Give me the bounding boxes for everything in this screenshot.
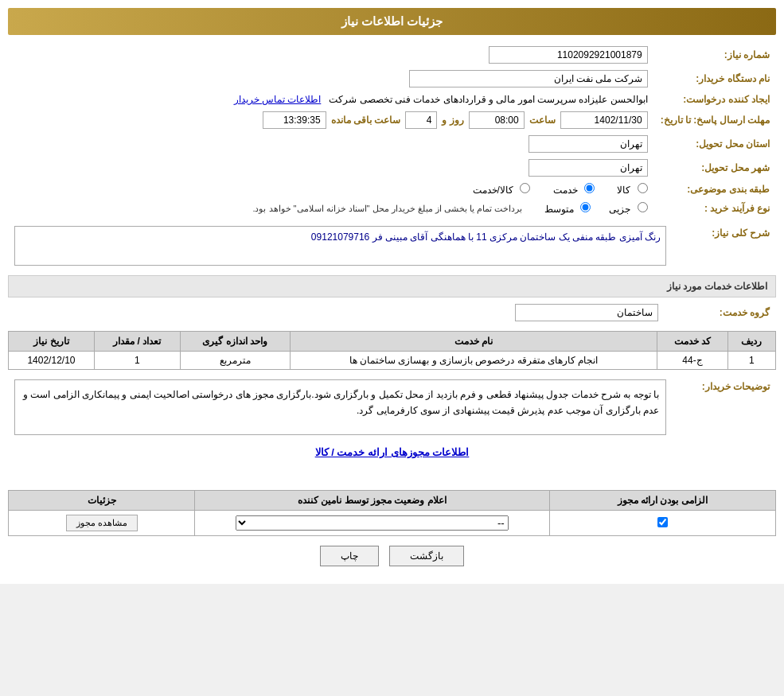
cell-vahed: مترمربع	[180, 352, 290, 370]
mojoz-joziyat-cell: مشاهده مجوز	[9, 511, 195, 536]
dastgah-value: شرکت ملی نفت ایران	[409, 70, 648, 87]
row-ijad: ایجاد کننده درخواست: ابوالحسن علیزاده سر…	[8, 91, 776, 108]
tabaqe-option-kala[interactable]: کالا	[603, 185, 648, 196]
saat-label: ساعت	[529, 115, 556, 126]
ealam-select[interactable]: --	[236, 515, 509, 531]
radio-kala-khedmat[interactable]	[520, 183, 530, 193]
cell-tarikh: 1402/12/10	[9, 352, 95, 370]
noe-label: نوع فرآیند خرید :	[654, 199, 776, 218]
noe-option-jozi[interactable]: جزیی	[597, 202, 647, 215]
radio-motevaset[interactable]	[580, 202, 591, 212]
col-radif: ردیف	[727, 332, 775, 352]
tabaqe-option-kala-khedmat[interactable]: کالا/خدمت	[461, 185, 531, 196]
sharh-label: شرح کلی نیاز:	[673, 223, 776, 269]
group-value: ساختمان	[515, 304, 658, 321]
sharh-row: شرح کلی نیاز: رنگ آمیزی طبقه منفی یک ساخ…	[8, 223, 776, 269]
row-noe-farayand: نوع فرآیند خرید : جزیی متوسط برداخت تمام…	[8, 199, 776, 218]
mojoz-table: الزامی بودن ارائه مجوز اعلام وضعیت مجوز …	[8, 490, 776, 536]
roz-label: روز و	[442, 115, 463, 126]
cell-tedad: 1	[94, 352, 180, 370]
page-title: جزئیات اطلاعات نیاز	[341, 14, 443, 28]
remaining-label: ساعت باقی مانده	[331, 115, 401, 126]
roz-value: 4	[405, 111, 437, 129]
ijad-label: ایجاد کننده درخواست:	[654, 91, 776, 108]
shahr-value: تهران	[529, 159, 648, 177]
info-table: شماره نیاز: 1102092921001879 نام دستگاه …	[8, 43, 776, 218]
col-nam: نام خدمت	[290, 332, 657, 352]
cell-kod: ج-44	[657, 352, 728, 370]
view-mojoz-button[interactable]: مشاهده مجوز	[66, 515, 138, 531]
mojoz-table-body: -- مشاهده مجوز	[9, 511, 776, 536]
col-tarikh: تاریخ نیاز	[9, 332, 95, 352]
row-dastgah: نام دستگاه خریدار: شرکت ملی نفت ایران	[8, 67, 776, 91]
tozihat-label: توضیحات خریدار:	[673, 376, 776, 438]
noe-radio-group: جزیی متوسط برداخت تمام یا بخشی از مبلغ خ…	[14, 202, 648, 215]
radio-kala[interactable]	[638, 183, 648, 193]
ettelaat-link[interactable]: اطلاعات تماس خریدار	[234, 94, 322, 105]
buttons-row: بازگشت چاپ	[8, 546, 776, 566]
services-table-body: 1 ج-44 انجام کارهای متفرقه درخصوص بازساز…	[9, 352, 776, 370]
mojoz-elzami-cell	[549, 511, 775, 536]
mohlet-label: مهلت ارسال پاسخ: تا تاریخ:	[654, 108, 776, 132]
row-ostan: استان محل تحویل: تهران	[8, 132, 776, 156]
col-kod: کد خدمت	[657, 332, 728, 352]
services-section-header: اطلاعات خدمات مورد نیاز	[8, 275, 776, 297]
services-table-header-row: ردیف کد خدمت نام خدمت واحد اندازه گیری ت…	[9, 332, 776, 352]
mojoz-table-head: الزامی بودن ارائه مجوز اعلام وضعیت مجوز …	[9, 491, 776, 511]
saat-value: 08:00	[469, 111, 525, 129]
tabaqe-radio-group: کالا خدمت کالا/خدمت	[14, 183, 648, 196]
mojoz-header-row: الزامی بودن ارائه مجوز اعلام وضعیت مجوز …	[9, 491, 776, 511]
remaining-value: 13:39:35	[263, 111, 326, 129]
print-button[interactable]: چاپ	[320, 546, 379, 566]
spacer	[8, 463, 776, 487]
sharh-value: رنگ آمیزی طبقه منفی یک ساختمان مرکزی 11 …	[14, 226, 666, 266]
services-table-head: ردیف کد خدمت نام خدمت واحد اندازه گیری ت…	[9, 332, 776, 352]
group-label: گروه خدمت:	[665, 301, 776, 325]
date-value: 1402/11/30	[560, 111, 648, 129]
mojoz-table-row: -- مشاهده مجوز	[9, 511, 776, 536]
tabaqe-label: طبقه بندی موضوعی:	[654, 180, 776, 199]
group-table: گروه خدمت: ساختمان	[8, 301, 776, 325]
col-vahed: واحد اندازه گیری	[180, 332, 290, 352]
tozihat-row: توضیحات خریدار: با توجه به شرح خدمات جدو…	[8, 376, 776, 438]
dastgah-label: نام دستگاه خریدار:	[654, 67, 776, 91]
back-button[interactable]: بازگشت	[389, 546, 464, 566]
row-tabaqe: طبقه بندی موضوعی: کالا خدمت کالا/خدمت	[8, 180, 776, 199]
mojoz-col-ealam: اعلام وضعیت مجوز توسط نامین کننده	[195, 491, 549, 511]
radio-jozi[interactable]	[638, 202, 648, 212]
row-shomara: شماره نیاز: 1102092921001879	[8, 43, 776, 67]
page-wrapper: جزئیات اطلاعات نیاز شماره نیاز: 11020929…	[0, 0, 784, 584]
tozihat-value: با توجه به شرح خدمات جدول پیشنهاد قطعی و…	[14, 379, 666, 435]
col-tedad: تعداد / مقدار	[94, 332, 180, 352]
sharh-table: شرح کلی نیاز: رنگ آمیزی طبقه منفی یک ساخ…	[8, 223, 776, 269]
noe-option-motevaset[interactable]: متوسط	[532, 202, 591, 215]
cell-radif: 1	[727, 352, 775, 370]
cell-nam: انجام کارهای متفرقه درخصوص بازسازی و بهس…	[290, 352, 657, 370]
mojoz-col-elzami: الزامی بودن ارائه مجوز	[549, 491, 775, 511]
time-row: 1402/11/30 ساعت 08:00 روز و 4 ساعت باقی …	[14, 111, 648, 129]
row-shahr: شهر محل تحویل: تهران	[8, 156, 776, 180]
mojoz-section-title: اطلاعات مجوزهای ارائه خدمت / کالا	[8, 446, 776, 458]
ostan-value: تهران	[529, 135, 648, 153]
row-mohlet: مهلت ارسال پاسخ: تا تاریخ: 1402/11/30 سا…	[8, 108, 776, 132]
shahr-label: شهر محل تحویل:	[654, 156, 776, 180]
ostan-label: استان محل تحویل:	[654, 132, 776, 156]
services-table: ردیف کد خدمت نام خدمت واحد اندازه گیری ت…	[8, 331, 776, 370]
table-row: 1 ج-44 انجام کارهای متفرقه درخصوص بازساز…	[9, 352, 776, 370]
elzami-checkbox[interactable]	[657, 517, 668, 527]
tabaqe-option-khedmat[interactable]: خدمت	[538, 185, 595, 196]
group-row: گروه خدمت: ساختمان	[8, 301, 776, 325]
tozihat-table: توضیحات خریدار: با توجه به شرح خدمات جدو…	[8, 376, 776, 438]
mojoz-col-joziyat: جزئیات	[9, 491, 195, 511]
shomara-value: 1102092921001879	[489, 46, 648, 64]
page-header: جزئیات اطلاعات نیاز	[8, 8, 776, 35]
shomara-label: شماره نیاز:	[654, 43, 776, 67]
ijad-value: ابوالحسن علیزاده سرپرست امور مالی و قرار…	[329, 94, 647, 105]
noe-option-pardakht: برداخت تمام یا بخشی از مبلغ خریدار محل "…	[240, 203, 526, 214]
radio-khedmat[interactable]	[584, 183, 595, 193]
mojoz-ealam-cell: --	[195, 511, 549, 536]
